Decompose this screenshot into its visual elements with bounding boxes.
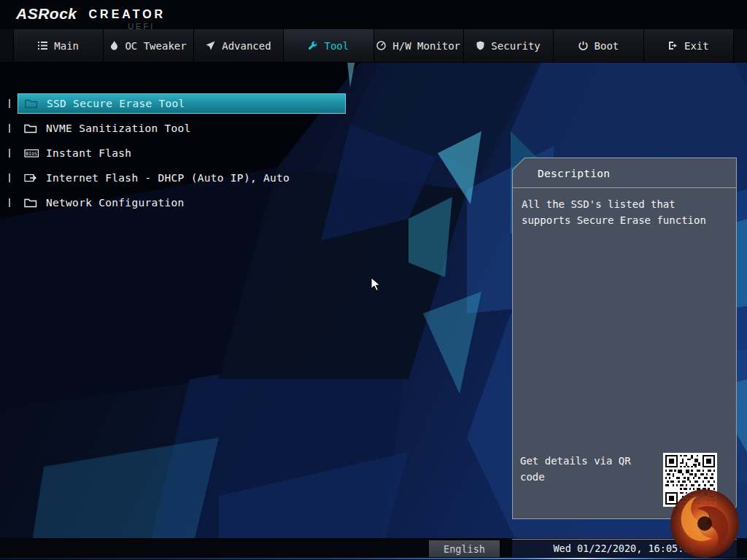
exit-icon [668, 41, 678, 50]
description-title: Description [513, 158, 736, 188]
tab-hw-monitor[interactable]: H/W Monitor [374, 29, 464, 62]
description-panel-body: Description All the SSD's listed that su… [513, 158, 736, 518]
menu-item-label: Network Configuration [46, 197, 185, 209]
item-tick [9, 174, 10, 182]
tab-label: Main [54, 40, 79, 52]
menu-item-internet-flash[interactable]: Internet Flash - DHCP (Auto IP), Auto [18, 168, 346, 188]
menu-item-label: Instant Flash [46, 147, 131, 159]
shield-icon [476, 41, 484, 50]
menu-row: BIOS Instant Flash [0, 143, 365, 163]
item-tick [9, 124, 10, 133]
tab-label: OC Tweaker [125, 40, 186, 52]
menu-item-instant-flash[interactable]: BIOS Instant Flash [18, 143, 346, 163]
nav-tab-bar: Main OC Tweaker Advanced Tool H/W Monito… [0, 29, 747, 63]
menu-item-network-configuration[interactable]: Network Configuration [18, 192, 346, 213]
tab-boot[interactable]: Boot [554, 29, 643, 62]
item-tick [9, 198, 10, 207]
bottom-glow-line [0, 558, 747, 559]
list-icon [38, 42, 47, 50]
item-tick [9, 99, 10, 108]
tab-security[interactable]: Security [464, 29, 554, 62]
menu-item-ssd-secure-erase-tool[interactable]: SSD Secure Erase Tool [18, 93, 346, 114]
footer-bar: English Wed 01/22/2020, 16:05:19 [0, 538, 747, 560]
tab-oc-tweaker[interactable]: OC Tweaker [104, 29, 193, 62]
tab-label: H/W Monitor [392, 40, 460, 52]
tab-exit[interactable]: Exit [644, 29, 734, 62]
menu-row: Internet Flash - DHCP (Auto IP), Auto [0, 168, 365, 188]
description-panel: Description All the SSD's listed that su… [512, 158, 737, 519]
tab-label: Boot [595, 40, 619, 52]
language-button[interactable]: English [429, 540, 500, 557]
item-tick [9, 149, 10, 158]
menu-item-label: NVME Sanitization Tool [46, 122, 191, 134]
wrench-icon [308, 41, 317, 50]
bios-screen: ASRock CREATOR UEFI Main OC Tweaker Adva… [0, 0, 747, 560]
menu-row: Network Configuration [0, 192, 365, 213]
tab-advanced[interactable]: Advanced [194, 29, 284, 62]
tab-main[interactable]: Main [13, 29, 104, 62]
gauge-icon [376, 41, 386, 50]
menu-row: SSD Secure Erase Tool [0, 93, 365, 114]
menu-item-label: Internet Flash - DHCP (Auto IP), Auto [46, 172, 290, 184]
tab-tool[interactable]: Tool [284, 29, 374, 62]
monitor-arrow-icon [24, 174, 42, 183]
qr-caption: Get details via QR code [520, 453, 643, 485]
menu-row: NVME Sanitization Tool [0, 118, 365, 139]
tab-label: Security [491, 40, 540, 52]
tool-menu: SSD Secure Erase Tool NVME Sanitization … [0, 93, 365, 217]
bios-chip-icon: BIOS [24, 149, 42, 158]
watermark-logo [667, 487, 743, 560]
menu-item-label: SSD Secure Erase Tool [47, 98, 185, 109]
folder-icon [25, 99, 42, 109]
mouse-cursor [371, 277, 384, 292]
folder-icon [24, 124, 42, 133]
svg-text:BIOS: BIOS [26, 151, 37, 156]
description-text: All the SSD's listed that supports Secur… [513, 188, 736, 236]
menu-item-nvme-sanitization-tool[interactable]: NVME Sanitization Tool [18, 118, 346, 139]
flame-icon [110, 41, 118, 50]
dart-icon [206, 41, 215, 50]
tab-label: Advanced [222, 40, 271, 52]
asrock-logo: ASRock [16, 6, 77, 22]
power-icon [578, 41, 588, 50]
tab-label: Tool [324, 40, 349, 52]
folder-icon [24, 198, 42, 208]
series-name: CREATOR [89, 6, 166, 23]
tab-label: Exit [684, 40, 709, 52]
